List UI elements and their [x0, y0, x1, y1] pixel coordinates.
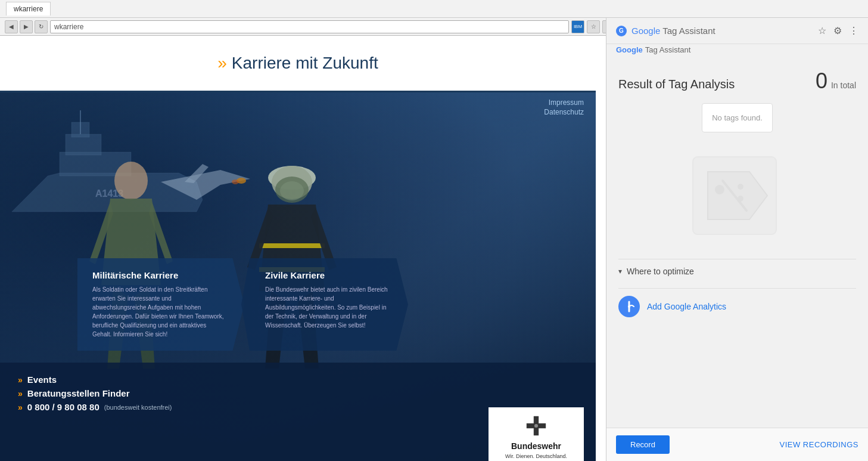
where-to-optimize-label: Where to optimize: [627, 267, 694, 276]
military-career-body: Als Soldatin oder Soldat in den Streitkr…: [92, 285, 226, 339]
civil-career-body: Die Bundeswehr bietet auch im zivilen Be…: [265, 285, 390, 330]
back-button[interactable]: ◀: [5, 20, 18, 33]
address-bar[interactable]: wkarriere: [50, 20, 569, 33]
tag-panel-actions: ☆ ⚙ ⋮: [818, 25, 858, 36]
civil-career-heading: Zivile Karriere: [265, 270, 390, 280]
add-analytics-section: Add Google Analytics: [618, 288, 856, 324]
datenschutz-link[interactable]: Datenschutz: [544, 108, 584, 116]
main-layout: » Karriere mit Zukunft A1413: [0, 36, 868, 461]
where-to-optimize-section[interactable]: ▾ Where to optimize: [618, 259, 856, 279]
bundeswehr-name: Bundeswehr: [511, 441, 561, 451]
bundeswehr-logo: Bundeswehr Wir. Dienen. Deutschland.: [489, 407, 584, 461]
result-count: 0: [816, 69, 827, 94]
result-header: Result of Tag Analysis 0 In total: [618, 69, 856, 94]
result-in-total: In total: [831, 81, 856, 90]
browser-tab[interactable]: wkarriere: [6, 2, 51, 16]
record-button[interactable]: Record: [616, 435, 670, 454]
result-title: Result of Tag Analysis: [618, 78, 735, 91]
result-count-area: 0 In total: [816, 69, 856, 94]
header-arrows-icon: »: [217, 54, 227, 73]
finder-label: Beratungsstellen Finder: [27, 388, 130, 398]
tag-panel-subtitle-bar: Google Tag Assistant: [606, 44, 868, 57]
website-content: » Karriere mit Zukunft A1413: [0, 36, 596, 461]
add-google-analytics-link[interactable]: Add Google Analytics: [647, 302, 726, 311]
svg-rect-12: [259, 243, 325, 248]
google-blue-label: Google: [616, 45, 643, 54]
finder-arrow-icon: »: [18, 389, 23, 398]
tag-panel-title-area: G Google Tag Assistant: [616, 26, 715, 36]
site-title: Karriere mit Zukunft: [232, 54, 378, 73]
star-icon[interactable]: ☆: [587, 20, 600, 33]
phone-label: 0 800 / 9 80 08 80: [27, 402, 99, 412]
bottom-bar: » Events » Beratungsstellen Finder » 0 8…: [0, 363, 596, 461]
tag-panel-title: Google Tag Assistant: [631, 26, 715, 36]
tag-assistant-panel: G Google Tag Assistant ☆ ⚙ ⋮ Google Tag …: [606, 18, 868, 461]
browser-tab-bar: wkarriere: [0, 0, 868, 18]
phone-arrow-icon: »: [18, 403, 23, 412]
svg-point-18: [738, 184, 743, 190]
tag-placeholder-area: [690, 154, 785, 237]
bundeswehr-cross-icon: [525, 415, 547, 439]
tag-panel-footer: Record VIEW RECORDINGS: [606, 428, 868, 461]
military-career-box: Militärische Karriere Als Soldatin oder …: [77, 258, 244, 351]
site-header: » Karriere mit Zukunft: [0, 36, 596, 92]
analytics-icon-svg: [623, 301, 635, 313]
svg-point-7: [114, 162, 148, 200]
menu-icon[interactable]: ⋮: [849, 25, 858, 36]
tab-text: wkarriere: [14, 5, 43, 13]
bookmark-icon[interactable]: ☆: [818, 25, 826, 36]
phone-small-text: (bundesweit kostenfrei): [104, 404, 172, 411]
military-career-heading: Militärische Karriere: [92, 270, 226, 280]
events-label: Events: [27, 375, 57, 385]
civil-career-box: Zivile Karriere Die Bundeswehr bietet au…: [241, 258, 408, 351]
career-boxes: Militärische Karriere Als Soldatin oder …: [77, 258, 408, 351]
no-tags-box: No tags found.: [702, 103, 773, 132]
impressum-link[interactable]: Impressum: [549, 98, 584, 107]
svg-point-11: [280, 181, 304, 200]
ibm-icon[interactable]: IBM: [571, 20, 584, 33]
google-icon: G: [616, 26, 627, 36]
empty-tag-icon: [690, 154, 785, 237]
gear-icon[interactable]: ⚙: [833, 25, 842, 36]
bottom-links-list: » Events » Beratungsstellen Finder » 0 8…: [18, 375, 578, 412]
tag-assistant-label: Tag Assistant: [645, 45, 691, 54]
bundeswehr-tagline: Wir. Dienen. Deutschland.: [505, 453, 567, 459]
view-recordings-link[interactable]: VIEW RECORDINGS: [780, 440, 858, 449]
tag-panel-body: Result of Tag Analysis 0 In total No tag…: [606, 57, 868, 428]
svg-point-20: [628, 305, 630, 308]
svg-point-19: [738, 196, 743, 202]
forward-button[interactable]: ▶: [20, 20, 33, 33]
no-tags-text: No tags found.: [712, 113, 763, 122]
chevron-down-icon: ▾: [618, 267, 622, 276]
events-arrow-icon: »: [18, 375, 23, 385]
refresh-button[interactable]: ↻: [35, 20, 48, 33]
events-link-item[interactable]: » Events: [18, 375, 578, 385]
svg-point-14: [534, 424, 538, 428]
finder-link-item[interactable]: » Beratungsstellen Finder: [18, 388, 578, 398]
url-text: wkarriere: [54, 23, 83, 31]
toolbar-nav-buttons: ◀ ▶ ↻: [5, 20, 48, 33]
analytics-icon: [618, 296, 640, 317]
top-nav: Impressum Datenschutz: [544, 98, 584, 116]
tag-panel-header: G Google Tag Assistant ☆ ⚙ ⋮: [606, 18, 868, 44]
svg-point-16: [715, 185, 724, 194]
hero-section: A1413: [0, 92, 596, 461]
